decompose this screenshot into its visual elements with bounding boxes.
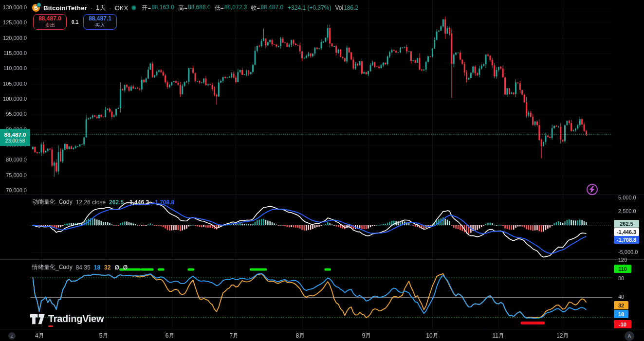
price-tick: 120,000.0 bbox=[3, 35, 27, 41]
current-price: 88,487.0 bbox=[4, 132, 26, 138]
panel3-title[interactable]: 情绪量化_Cody bbox=[32, 263, 73, 271]
indicator-value: Ø bbox=[123, 264, 128, 271]
tradingview-chart-window: B Bitcoin/Tether · 1天 · OKX 开=88,163.0高=… bbox=[0, 0, 644, 341]
buy-button[interactable]: 88,487.1 买入 bbox=[83, 14, 117, 30]
indicator-value: 18 bbox=[94, 264, 100, 271]
sell-price: 88,487.0 bbox=[38, 16, 61, 22]
symbol-name[interactable]: Bitcoin/Tether bbox=[43, 4, 87, 12]
indicator-scale-label: 262.5 bbox=[614, 220, 639, 228]
tether-badge-icon bbox=[37, 2, 41, 7]
legend-separator: · bbox=[91, 4, 92, 12]
market-status-icon bbox=[131, 5, 136, 10]
quote-label: 开= bbox=[142, 4, 151, 12]
indicator-scale-label: -10 bbox=[614, 320, 631, 328]
panel2-title[interactable]: 动能量化_Cody bbox=[32, 198, 73, 206]
quote-label: 收= bbox=[251, 4, 260, 12]
quote-value: 88,163.0 bbox=[151, 4, 174, 12]
quote-label: 高= bbox=[178, 4, 187, 12]
price-tick: 115,000.0 bbox=[3, 50, 27, 56]
panel3-legend[interactable]: 情绪量化_Cody 84 35 1832ØØ bbox=[32, 263, 128, 271]
indicator-scale-label: 110 bbox=[614, 265, 631, 273]
time-axis-month: 4月 bbox=[35, 332, 44, 340]
time-axis[interactable]: Z A 4月5月6月7月8月9月10月11月12月 bbox=[0, 329, 644, 341]
time-axis-month: 10月 bbox=[426, 332, 438, 340]
legend-separator: · bbox=[109, 4, 111, 12]
indicator-scale-label: -1,708.8 bbox=[614, 236, 639, 244]
time-axis-month: 9月 bbox=[362, 332, 371, 340]
bar-countdown: 23:00:58 bbox=[5, 138, 25, 144]
panel3-tick: 40 bbox=[618, 294, 624, 300]
current-price-label: 88,487.0 23:00:58 bbox=[0, 129, 30, 146]
tradingview-logo[interactable]: TradingView bbox=[30, 313, 104, 324]
indicator-value: Ø bbox=[114, 264, 119, 271]
symbol-legend[interactable]: B Bitcoin/Tether · 1天 · OKX 开=88,163.0高=… bbox=[32, 3, 358, 12]
panel2-tick: 5,000.0 bbox=[618, 195, 636, 200]
time-axis-month: 8月 bbox=[296, 332, 305, 340]
lightning-icon bbox=[589, 186, 595, 193]
panel2-legend[interactable]: 动能量化_Cody 12 26 close 262.5-1,446.3-1,70… bbox=[32, 198, 174, 206]
quote-label: Vol bbox=[335, 4, 344, 11]
indicator-value: 32 bbox=[104, 264, 110, 271]
buy-label: 买入 bbox=[95, 22, 105, 28]
panel3-values: 1832ØØ bbox=[94, 264, 128, 271]
panel3-tick: 120 bbox=[618, 257, 627, 263]
logo-red-underline bbox=[48, 325, 53, 327]
tradingview-mark-icon bbox=[30, 314, 45, 324]
quote-label: 低= bbox=[215, 4, 224, 12]
tradingview-wordmark: TradingView bbox=[48, 313, 104, 324]
indicator-scale-label: 32 bbox=[614, 301, 628, 309]
quote-value: 186.2 bbox=[344, 4, 358, 11]
quote-value: 88,072.3 bbox=[224, 4, 247, 12]
lightning-trade-button[interactable] bbox=[587, 184, 598, 195]
panel2-tick: 2,500.0 bbox=[618, 208, 636, 214]
panel2-values: 262.5-1,446.3-1,708.8 bbox=[109, 199, 174, 206]
price-tick: 110,000.0 bbox=[3, 65, 27, 71]
price-tick: 105,000.0 bbox=[3, 81, 27, 87]
auto-scale-button[interactable]: A bbox=[625, 331, 634, 341]
interval-value[interactable]: 1天 bbox=[96, 3, 106, 12]
panel3-tick: 80 bbox=[618, 275, 624, 281]
sell-button[interactable]: 88,487.0 卖出 bbox=[33, 14, 67, 30]
quote-value: 88,487.0 bbox=[260, 4, 283, 12]
time-axis-month: 7月 bbox=[229, 332, 239, 340]
quote-value: 88,688.0 bbox=[188, 4, 211, 12]
bitcoin-icon: B bbox=[32, 4, 40, 12]
time-axis-month: 11月 bbox=[492, 332, 504, 340]
price-tick: 100,000.0 bbox=[3, 96, 27, 102]
price-tick: 95,000.0 bbox=[6, 111, 27, 117]
panel3-axis[interactable]: 120804001103218-10 bbox=[612, 259, 644, 329]
indicator-value: -1,708.8 bbox=[153, 199, 174, 206]
panel2-params: 12 26 close bbox=[76, 199, 106, 206]
time-axis-month: 12月 bbox=[556, 332, 569, 340]
indicator-value: -1,446.3 bbox=[128, 199, 149, 206]
indicator-value: 262.5 bbox=[109, 199, 124, 206]
exchange-name: OKX bbox=[115, 4, 128, 12]
indicator-scale-label: -1,446.3 bbox=[614, 228, 639, 236]
price-tick: 75,000.0 bbox=[6, 172, 27, 178]
price-tick: 70,000.0 bbox=[6, 187, 27, 193]
buy-price: 88,487.1 bbox=[89, 16, 111, 22]
price-tick: 125,000.0 bbox=[3, 19, 27, 25]
sell-label: 卖出 bbox=[45, 22, 55, 28]
spread-value: 0.1 bbox=[70, 19, 80, 25]
panel2-tick: -5,000.0 bbox=[618, 249, 638, 255]
indicator-scale-label: 18 bbox=[614, 310, 628, 318]
time-axis-month: 6月 bbox=[166, 332, 175, 340]
panel2-axis[interactable]: 5,000.02,500.0-5,000.0262.5-1,446.3-1,70… bbox=[612, 0, 644, 259]
quote-value: +324.1 (+0.37%) bbox=[288, 4, 331, 11]
price-axis[interactable]: 130,000.0125,000.0120,000.0115,000.0110,… bbox=[0, 0, 30, 329]
timezone-button[interactable]: Z bbox=[8, 332, 16, 340]
price-tick: 80,000.0 bbox=[6, 157, 27, 162]
panel3-params: 84 35 bbox=[76, 264, 91, 271]
trade-buttons: 88,487.0 卖出 0.1 88,487.1 买入 bbox=[33, 14, 117, 30]
ohlc-values: 开=88,163.0高=88,688.0低=88,072.3收=88,487.0… bbox=[142, 4, 358, 12]
price-tick: 130,000.0 bbox=[3, 4, 27, 10]
time-axis-month: 5月 bbox=[99, 332, 109, 340]
chart-canvas[interactable] bbox=[0, 0, 644, 341]
